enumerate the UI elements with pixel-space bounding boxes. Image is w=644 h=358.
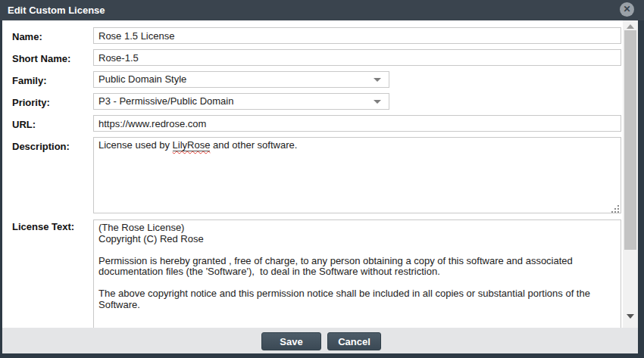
close-icon[interactable]: ✕ [620, 2, 634, 17]
short-name-label: Short Name: [12, 53, 70, 64]
priority-label: Priority: [12, 97, 50, 108]
description-label: Description: [12, 141, 70, 152]
save-button[interactable]: Save [261, 332, 321, 350]
priority-dropdown[interactable]: P3 - Permissive/Public Domain [93, 93, 389, 110]
url-input[interactable] [93, 115, 621, 132]
dialog-titlebar: Edit Custom License [0, 0, 644, 20]
name-label: Name: [12, 31, 42, 42]
scrollbar-thumb[interactable] [624, 30, 636, 250]
description-misspelled-word: LilyRose [173, 139, 211, 151]
family-selected-value: Public Domain Style [98, 72, 186, 87]
description-text-before: License used by [98, 139, 173, 151]
priority-selected-value: P3 - Permissive/Public Domain [98, 94, 233, 109]
url-label: URL: [12, 119, 36, 130]
dialog-title: Edit Custom License [8, 0, 105, 20]
chevron-down-icon [374, 100, 381, 104]
family-label: Family: [12, 75, 47, 86]
chevron-down-icon [374, 78, 381, 82]
license-text-label: License Text: [12, 221, 74, 232]
description-text-after: and other software. [210, 139, 297, 151]
vertical-scrollbar[interactable] [623, 20, 638, 328]
scroll-down-icon[interactable] [623, 312, 638, 321]
family-dropdown[interactable]: Public Domain Style [93, 71, 389, 88]
dialog-footer: Save Cancel [2, 328, 638, 353]
resize-grip-icon[interactable] [611, 204, 621, 217]
cancel-button[interactable]: Cancel [327, 332, 381, 350]
name-input[interactable] [93, 27, 621, 44]
description-textarea[interactable]: License used by LilyRose and other softw… [93, 137, 621, 213]
short-name-input[interactable] [93, 49, 621, 66]
license-text-textarea[interactable]: (The Rose License) Copyright (C) Red Ros… [93, 219, 621, 328]
dialog-body: Name: Short Name: Family: Public Domain … [2, 20, 638, 328]
